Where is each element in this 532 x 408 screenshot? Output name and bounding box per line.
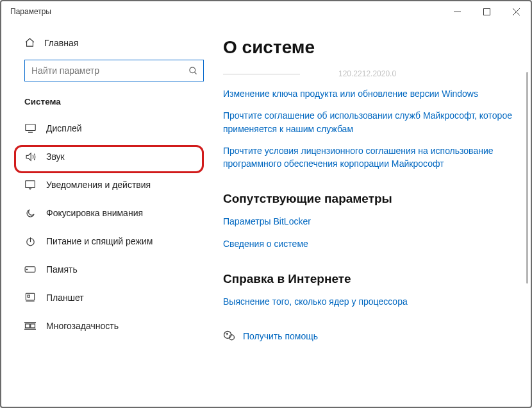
link-cpu-cores[interactable]: Выяснение того, сколько ядер у процессор… — [223, 295, 513, 308]
sidebar-item-label: Уведомления и действия — [46, 180, 151, 190]
sidebar-item-label: Память — [46, 264, 78, 275]
display-icon — [24, 123, 36, 134]
window-title: Параметры — [10, 7, 51, 16]
sidebar-item-label: Многозадачность — [46, 321, 119, 331]
get-help-link[interactable]: Получить помощь — [243, 331, 318, 341]
truncated-info: —————————— 120.2212.2020.0 — [223, 64, 513, 78]
related-settings-heading: Сопутствующие параметры — [223, 192, 513, 206]
tablet-icon — [24, 292, 36, 303]
svg-rect-19 — [31, 324, 35, 328]
multitasking-icon — [24, 320, 36, 332]
svg-line-5 — [194, 72, 196, 74]
sidebar-item-notifications[interactable]: Уведомления и действия — [1, 171, 200, 199]
sidebar-item-storage[interactable]: Память — [1, 255, 200, 284]
sound-icon — [24, 151, 36, 162]
search-field[interactable] — [31, 65, 188, 76]
link-system-info[interactable]: Сведения о системе — [223, 237, 513, 250]
window-controls — [442, 1, 531, 22]
sidebar-item-label: Дисплей — [46, 123, 82, 133]
svg-rect-1 — [483, 8, 490, 15]
titlebar: Параметры — [1, 1, 531, 22]
sidebar-item-label: Фокусировка внимания — [46, 208, 143, 218]
sidebar-item-power[interactable]: Питание и спящий режим — [1, 227, 200, 255]
minimize-button[interactable] — [442, 1, 472, 22]
help-icon — [223, 330, 235, 342]
main-panel: О системе —————————— 120.2212.2020.0 Изм… — [200, 22, 531, 407]
svg-point-4 — [190, 67, 195, 72]
power-icon — [24, 235, 36, 247]
link-ms-software-license[interactable]: Прочтите условия лицензионного соглашени… — [223, 144, 513, 171]
sidebar-item-focus[interactable]: Фокусировка внимания — [1, 199, 200, 227]
search-input[interactable] — [24, 60, 204, 81]
svg-point-20 — [224, 332, 231, 339]
link-change-product-key[interactable]: Изменение ключа продукта или обновление … — [223, 87, 513, 100]
sidebar-item-sound[interactable]: Звук — [1, 142, 200, 171]
svg-rect-6 — [25, 124, 35, 131]
close-button[interactable] — [501, 1, 531, 22]
get-help-row[interactable]: Получить помощь — [223, 330, 513, 342]
link-bitlocker[interactable]: Параметры BitLocker — [223, 215, 513, 228]
sidebar-item-label: Планшет — [46, 293, 84, 303]
storage-icon — [24, 264, 36, 275]
sidebar: Главная Система Дисплей Звук — [1, 22, 200, 407]
home-icon — [24, 37, 35, 48]
scrollbar[interactable] — [526, 72, 528, 284]
sidebar-item-label: Питание и спящий режим — [46, 236, 153, 246]
svg-rect-8 — [26, 180, 35, 187]
search-icon — [188, 66, 198, 76]
sidebar-item-display[interactable]: Дисплей — [1, 114, 200, 142]
sidebar-item-tablet[interactable]: Планшет — [1, 284, 200, 312]
section-header: Система — [1, 81, 200, 114]
home-button[interactable]: Главная — [1, 31, 200, 55]
svg-rect-18 — [26, 324, 30, 328]
page-title: О системе — [223, 37, 513, 58]
svg-point-12 — [26, 269, 27, 269]
focus-icon — [24, 207, 36, 219]
sidebar-item-multitasking[interactable]: Многозадачность — [1, 312, 200, 340]
link-ms-services-agreement[interactable]: Прочтите соглашение об использовании слу… — [223, 109, 513, 135]
svg-rect-13 — [26, 293, 34, 300]
maximize-button[interactable] — [472, 1, 501, 22]
home-label: Главная — [44, 38, 78, 48]
sidebar-item-label: Звук — [46, 151, 65, 162]
notifications-icon — [24, 179, 36, 191]
web-help-heading: Справка в Интернете — [223, 272, 513, 286]
svg-rect-14 — [28, 295, 29, 297]
